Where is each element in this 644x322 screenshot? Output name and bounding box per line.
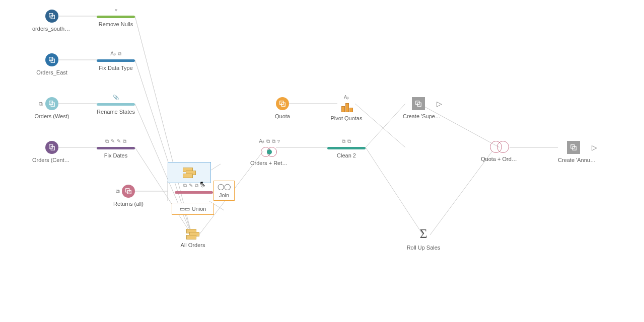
node-label: Pivot Quotas — [327, 115, 366, 121]
clean-bar — [327, 147, 366, 149]
datasource-icon — [45, 10, 58, 23]
node-label: Fix Data Type — [97, 65, 135, 71]
output-icon — [567, 141, 580, 154]
clean-remove-nulls[interactable]: ▿ Remove Nulls — [97, 7, 135, 27]
calc-icon: ⧉ — [123, 138, 126, 145]
node-label: Orders + Returns — [250, 160, 289, 166]
node-label: Clean 2 — [327, 152, 366, 158]
join-icon — [490, 141, 510, 153]
svg-line-19 — [430, 151, 492, 235]
node-label: Create 'Annual ... — [558, 157, 597, 163]
attach-icon: 📎 — [113, 95, 119, 102]
union-icon — [186, 229, 199, 239]
drag-ghost-union[interactable] — [168, 162, 211, 183]
clean-clean2[interactable]: ⧉⧉ Clean 2 — [327, 138, 366, 158]
calc-icon: ⧉ — [347, 138, 351, 145]
step-op-icons: Aᵦ — [327, 95, 366, 102]
clean-fix-dates[interactable]: ⧉✎✎⧉ Fix Dates — [97, 138, 135, 158]
step-op-icons: ⧉⧉ — [327, 138, 366, 145]
input-returns[interactable]: Returns (all) — [109, 185, 148, 207]
union-all-orders[interactable]: All Orders — [174, 229, 212, 248]
union-icon — [183, 168, 196, 178]
filter-icon: ▿ — [115, 7, 117, 14]
out-icon: ⧉ — [118, 51, 121, 58]
step-op-icons: Aᵦ⧉⧉▿ — [250, 138, 289, 145]
join-orders-returns[interactable]: Aᵦ⧉⧉▿ Orders + Returns — [250, 138, 289, 166]
node-label: All Orders — [174, 242, 212, 248]
input-orders-south[interactable]: orders_south_... — [32, 10, 71, 32]
svg-line-17 — [366, 147, 423, 235]
join-icon — [261, 147, 278, 157]
datasource-icon — [276, 97, 289, 110]
node-label: Quota + Orders — [481, 156, 519, 162]
input-orders-west[interactable]: Orders (West) — [32, 97, 71, 119]
node-label: Orders_East — [32, 69, 71, 75]
datasource-icon — [45, 141, 58, 154]
calc-icon: ✎ — [111, 138, 115, 145]
clean-bar — [97, 59, 135, 62]
step-op-icons: 📎 — [97, 95, 135, 102]
input-orders-central[interactable]: Orders (Central) — [32, 141, 71, 163]
pivot-quotas[interactable]: Aᵦ Pivot Quotas — [327, 95, 366, 121]
step-op-icons: ⧉✎✎⧉ — [97, 138, 135, 145]
run-icon[interactable]: ▷ — [437, 100, 442, 108]
node-label: Remove Nulls — [97, 21, 135, 27]
clean-fix-data-type[interactable]: Aᵦ⧉ Fix Data Type — [97, 51, 135, 71]
svg-line-16 — [366, 104, 405, 147]
drop-label: Union — [192, 206, 206, 212]
join-icon: ◯◯ — [218, 183, 231, 190]
drop-target-union[interactable]: ▭▭ Union — [172, 203, 214, 215]
calc-icon: ✎ — [117, 138, 121, 145]
rename-icon: Aᵦ — [110, 51, 116, 58]
node-label: Returns (all) — [109, 201, 148, 207]
datasource-icon — [45, 53, 58, 66]
clean-bar — [97, 103, 135, 106]
step-op-icons: ⧉✎⧉⊘ — [175, 183, 213, 190]
node-label: Orders (West) — [32, 113, 71, 119]
drop-label: Join — [219, 192, 229, 198]
output-icon — [412, 97, 425, 110]
svg-line-10 — [209, 164, 221, 171]
aggregate-rollup[interactable]: Σ Roll Up Sales — [404, 226, 443, 251]
run-icon[interactable]: ▷ — [592, 143, 597, 151]
datasource-icon — [122, 185, 135, 198]
node-label: orders_south_... — [32, 26, 71, 32]
node-label: Quota — [263, 113, 302, 119]
step-op-icons: ▿ — [97, 7, 135, 14]
drop-target-join[interactable]: ◯◯ Join — [213, 181, 235, 201]
node-label: Roll Up Sales — [404, 245, 443, 251]
clean-rename-states[interactable]: 📎 Rename States — [97, 95, 135, 115]
join-quota-orders[interactable]: Quota + Orders — [481, 141, 519, 162]
output-supers[interactable]: ▷ Create 'Supers... — [403, 97, 442, 119]
rename-icon: Aᵦ — [344, 95, 349, 102]
sigma-icon: Σ — [404, 226, 443, 242]
input-quota[interactable]: Quota — [263, 97, 302, 119]
flow-canvas[interactable]: orders_south_... Orders_East ⧉ Orders (W… — [0, 0, 644, 322]
clean-bar — [175, 191, 213, 194]
datasource-icon — [45, 97, 58, 110]
node-label: Fix Dates — [97, 152, 135, 158]
calc-icon: ⧉ — [105, 138, 109, 145]
pivot-icon — [340, 103, 352, 112]
node-label: Rename States — [97, 109, 135, 115]
union-small-icon: ▭▭ — [180, 206, 190, 212]
node-label: Orders (Central) — [32, 157, 71, 163]
clean-bar — [97, 16, 135, 18]
node-label: Create 'Supers... — [403, 113, 442, 119]
flow-edges — [0, 0, 644, 322]
step-op-icons: Aᵦ⧉ — [97, 51, 135, 58]
calc-icon: ⧉ — [342, 138, 345, 145]
clean-returns-ghost[interactable]: ⧉✎⧉⊘ — [175, 183, 213, 194]
input-orders-east[interactable]: Orders_East — [32, 53, 71, 75]
output-annual[interactable]: ▷ Create 'Annual ... — [558, 141, 597, 163]
clean-bar — [97, 147, 135, 149]
